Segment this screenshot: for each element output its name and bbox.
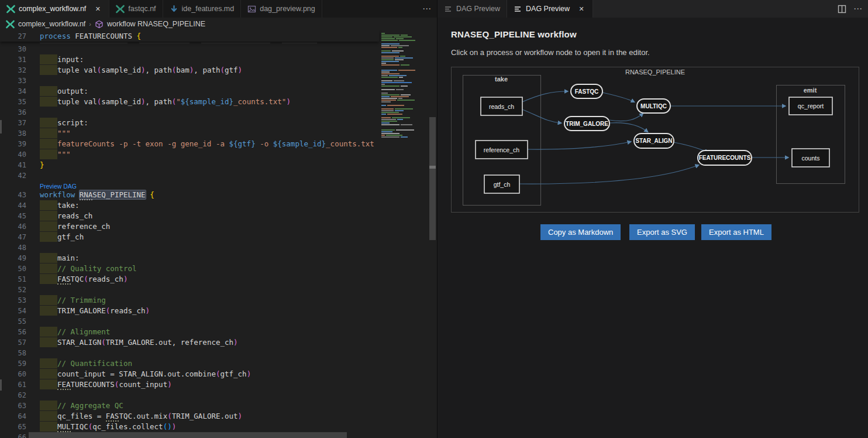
code-line-56[interactable]: 56// Alignment xyxy=(0,327,379,337)
codelens-preview-dag: Preview DAG xyxy=(0,181,379,190)
export-as-html-button[interactable]: Export as HTML xyxy=(701,224,771,240)
minimap-line xyxy=(381,101,429,102)
dag-node-label-reference_ch[interactable]: reference_ch xyxy=(484,146,519,153)
code-line-48[interactable]: 48 xyxy=(0,242,379,253)
code-line-55[interactable]: 55 xyxy=(0,316,379,327)
code-line-53[interactable]: 53// Trimming xyxy=(0,295,379,306)
line-number: 51 xyxy=(0,275,26,283)
close-icon[interactable]: ✕ xyxy=(577,5,586,13)
line-number: 50 xyxy=(0,265,26,273)
minimap-line xyxy=(381,128,429,129)
code-line-54[interactable]: 54TRIM_GALORE(reads_ch) xyxy=(0,306,379,316)
list-icon xyxy=(514,5,522,13)
more-actions-icon[interactable]: ⋯ xyxy=(422,4,431,14)
code-line-61[interactable]: 61FEATURECOUNTS(count_input) xyxy=(0,379,379,390)
vertical-scrollbar-thumb[interactable] xyxy=(429,117,436,240)
code-line-46[interactable]: 46reference_ch xyxy=(0,221,379,232)
more-actions-icon[interactable]: ⋯ xyxy=(853,4,862,14)
code-line-49[interactable]: 49main: xyxy=(0,253,379,264)
dag-node-label-reads_ch[interactable]: reads_ch xyxy=(489,103,514,110)
dag-node-label-TRIM_GALORE[interactable]: TRIM_GALORE xyxy=(566,121,608,127)
close-icon[interactable]: ✕ xyxy=(93,5,102,13)
code-line-41[interactable]: 41} xyxy=(0,160,379,170)
minimap-line xyxy=(381,75,429,76)
code-line-31[interactable]: 31input: xyxy=(0,54,379,65)
line-number: 48 xyxy=(0,244,26,252)
code-line-39[interactable]: 39featureCounts -p -t exon -g gene_id -a… xyxy=(0,139,379,149)
split-editor-icon[interactable] xyxy=(838,5,846,13)
line-number: 36 xyxy=(0,108,26,117)
breadcrumb-file[interactable]: complex_workflow.nf xyxy=(18,20,85,28)
line-number: 62 xyxy=(0,391,26,399)
dag-node-label-gtf_ch[interactable]: gtf_ch xyxy=(494,181,511,188)
dag-node-label-STAR_ALIGN[interactable]: STAR_ALIGN xyxy=(635,138,672,144)
code-line-62[interactable]: 62 xyxy=(0,390,379,401)
code-line-38[interactable]: 38""" xyxy=(0,128,379,139)
code-line-45[interactable]: 45reads_ch xyxy=(0,211,379,221)
code-line-47[interactable]: 47gtf_ch xyxy=(0,232,379,242)
minimap-line xyxy=(381,135,429,136)
copy-as-markdown-button[interactable]: Copy as Markdown xyxy=(540,224,621,240)
code-line-65[interactable]: 65MULTIQC(qc_files.collect()) xyxy=(0,422,379,432)
code-editor[interactable]: 3031input:32tuple val(sample_id), path(b… xyxy=(0,30,437,438)
breadcrumb-symbol[interactable]: workflow RNASEQ_PIPELINE xyxy=(107,20,205,28)
dag-node-label-qc_report[interactable]: qc_report xyxy=(798,102,824,110)
line-number: 34 xyxy=(0,87,26,95)
sticky-scroll-line[interactable]: 27 process FEATURECOUNTS { xyxy=(0,30,379,42)
code-line-40[interactable]: 40""" xyxy=(0,149,379,160)
dag-edge-FASTQC-to-MULTIQC xyxy=(602,93,634,102)
tab-complex-workflow-nf[interactable]: complex_workflow.nf✕ xyxy=(0,0,109,18)
tab-dag-preview-png[interactable]: dag_preview.png xyxy=(241,0,322,18)
code-line-51[interactable]: 51FASTQC(reads_ch) xyxy=(0,274,379,285)
tab-ide-features-md[interactable]: ide_features.md xyxy=(163,0,242,18)
code-text: qc_files = FASTQC.out.mix(TRIM_GALORE.ou… xyxy=(40,411,242,422)
code-line-52[interactable]: 52 xyxy=(0,285,379,295)
line-number: 60 xyxy=(0,370,26,378)
code-line-59[interactable]: 59// Quantification xyxy=(0,358,379,369)
minimap[interactable] xyxy=(379,30,429,438)
dag-node-label-FEATURECOUNTS[interactable]: FEATURECOUNTS xyxy=(699,155,751,161)
tab-fastqc-nf[interactable]: fastqc.nf xyxy=(109,0,163,18)
horizontal-scrollbar[interactable] xyxy=(0,432,379,438)
dag-node-label-counts[interactable]: counts xyxy=(802,155,820,162)
code-line-34[interactable]: 34output: xyxy=(0,86,379,97)
code-line-44[interactable]: 44take: xyxy=(0,200,379,211)
editor-tab-bar: complex_workflow.nf✕fastqc.nfide_feature… xyxy=(0,0,437,18)
code-line-35[interactable]: 35tuple val(sample_id), path("${sample_i… xyxy=(0,97,379,107)
code-line-33[interactable]: 33 xyxy=(0,76,379,86)
code-line-50[interactable]: 50// Quality control xyxy=(0,264,379,274)
code-line-43[interactable]: 43workflow RNASEQ_PIPELINE { xyxy=(0,190,379,200)
line-number: 43 xyxy=(0,191,26,199)
vertical-scrollbar[interactable] xyxy=(429,30,436,438)
code-line-63[interactable]: 63// Aggregate QC xyxy=(0,401,379,411)
export-as-svg-button[interactable]: Export as SVG xyxy=(629,224,695,240)
minimap-line xyxy=(381,61,429,62)
code-line-57[interactable]: 57STAR_ALIGN(TRIM_GALORE.out, reference_… xyxy=(0,337,379,348)
code-line-37[interactable]: 37script: xyxy=(0,118,379,128)
minimap-line xyxy=(381,122,429,124)
minimap-line xyxy=(381,93,429,94)
image-icon xyxy=(247,5,256,13)
preview-dag-link[interactable]: Preview DAG xyxy=(40,183,77,190)
code-line-64[interactable]: 64qc_files = FASTQC.out.mix(TRIM_GALORE.… xyxy=(0,411,379,422)
panel-tab-dag-preview[interactable]: DAG Preview xyxy=(438,0,507,18)
dag-node-label-MULTIQC[interactable]: MULTIQC xyxy=(640,103,667,110)
dag-node-label-FASTQC[interactable]: FASTQC xyxy=(575,88,599,95)
minimap-line xyxy=(381,131,429,132)
line-number: 56 xyxy=(0,328,26,336)
minimap-line xyxy=(381,73,429,74)
code-text: reference_ch xyxy=(40,221,110,232)
code-text: STAR_ALIGN(TRIM_GALORE.out, reference_ch… xyxy=(40,337,238,348)
code-line-58[interactable]: 58 xyxy=(0,348,379,358)
code-line-30[interactable]: 30 xyxy=(0,44,379,54)
code-line-60[interactable]: 60count_input = STAR_ALIGN.out.combine(g… xyxy=(0,369,379,379)
code-line-32[interactable]: 32tuple val(sample_id), path(bam), path(… xyxy=(0,65,379,76)
code-line-42[interactable]: 42 xyxy=(0,170,379,181)
nextflow-icon xyxy=(6,5,15,13)
horizontal-scrollbar-thumb[interactable] xyxy=(29,432,347,438)
code-text: // Trimming xyxy=(40,295,106,306)
code-line-36[interactable]: 36 xyxy=(0,107,379,118)
code-text: // Quantification xyxy=(40,358,132,369)
panel-tab-dag-preview[interactable]: DAG Preview✕ xyxy=(507,0,593,18)
code-text: // Aggregate QC xyxy=(40,401,123,411)
